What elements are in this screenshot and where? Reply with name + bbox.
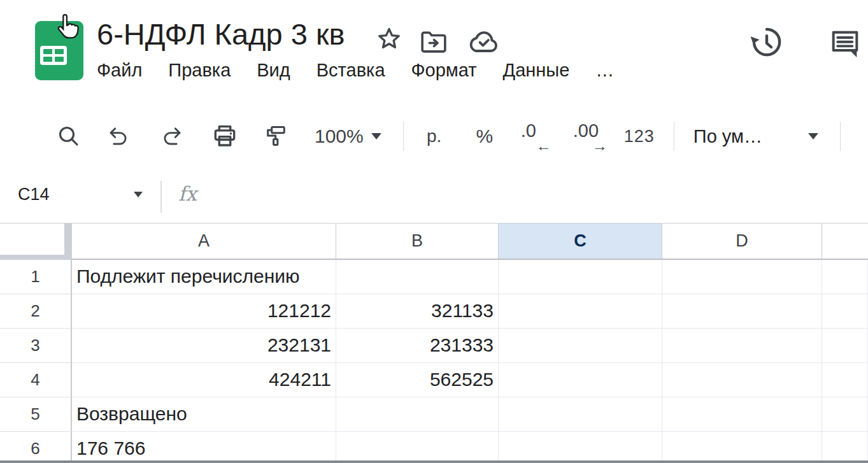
cell-b4[interactable]: 562525	[336, 363, 499, 397]
percent-format-button[interactable]: %	[474, 125, 495, 147]
toolbar-divider	[674, 122, 674, 151]
cell-e1[interactable]	[822, 260, 868, 294]
row-header-2[interactable]: 2	[0, 294, 72, 329]
decrease-decimal-arrow-icon: ←	[536, 137, 551, 155]
row-header-5[interactable]: 5	[0, 397, 72, 432]
row-header-4[interactable]: 4	[0, 363, 72, 397]
cell-b5[interactable]	[336, 397, 499, 432]
column-header-c-selected[interactable]: C	[499, 224, 662, 260]
column-header-d[interactable]: D	[662, 224, 822, 260]
percent-label: %	[476, 125, 493, 147]
undo-icon	[107, 125, 130, 148]
toolbar-divider	[840, 122, 841, 151]
cell-b6[interactable]	[336, 432, 499, 463]
document-title[interactable]: 6-НДФЛ Кадр 3 кв	[97, 18, 345, 51]
cell-a3[interactable]: 232131	[72, 329, 336, 363]
column-header-e-partial[interactable]	[822, 224, 868, 260]
cell-d1[interactable]	[662, 260, 822, 294]
sheets-logo-grid	[40, 46, 67, 65]
google-sheets-window: 6-НДФЛ Кадр 3 кв Файл Правка Вид Вставка…	[0, 0, 868, 463]
select-all-corner[interactable]	[0, 224, 72, 260]
move-to-folder-icon[interactable]	[419, 30, 448, 54]
currency-format-button[interactable]: р.	[423, 126, 446, 146]
menu-view[interactable]: Вид	[257, 60, 290, 81]
cell-c3[interactable]	[499, 329, 662, 363]
font-selector[interactable]: По ум…	[694, 126, 818, 147]
column-header-a[interactable]: A	[72, 224, 336, 260]
zoom-selector[interactable]: 100%	[315, 125, 381, 147]
cell-b1[interactable]	[336, 260, 499, 294]
version-history-icon[interactable]	[749, 24, 785, 60]
cell-a1[interactable]: Подлежит перечислению	[72, 260, 336, 294]
cell-a2[interactable]: 121212	[72, 294, 336, 329]
star-icon[interactable]	[376, 25, 402, 52]
cell-d2[interactable]	[662, 294, 822, 329]
menu-insert[interactable]: Вставка	[317, 60, 385, 81]
sheet-row-6: 6 176 766	[0, 432, 868, 463]
formula-bar: C14 fx	[0, 177, 868, 219]
window-bottom-edge	[0, 460, 868, 463]
currency-label: р.	[427, 126, 441, 146]
increase-decimal-arrow-icon: →	[592, 137, 608, 155]
spreadsheet-grid: A B C D 1 Подлежит перечислению 2 121212…	[0, 223, 868, 463]
cell-c6[interactable]	[499, 432, 662, 463]
print-button[interactable]	[211, 123, 238, 150]
menu-format[interactable]: Формат	[411, 60, 477, 81]
cell-a4[interactable]: 424211	[72, 363, 336, 397]
search-button[interactable]	[56, 124, 82, 149]
cell-e5[interactable]	[822, 397, 868, 432]
column-header-b[interactable]: B	[336, 224, 499, 260]
cell-a5[interactable]: Возвращено	[72, 397, 336, 432]
zoom-value: 100%	[315, 125, 364, 147]
menu-overflow[interactable]: …	[595, 60, 614, 81]
cell-c1[interactable]	[499, 260, 662, 294]
cell-e3[interactable]	[822, 329, 868, 363]
sheet-row-1: 1 Подлежит перечислению	[0, 260, 868, 294]
menu-edit[interactable]: Правка	[168, 60, 231, 81]
more-formats-label: 123	[624, 127, 655, 146]
increase-decimal-button[interactable]: .00 →	[572, 122, 606, 151]
name-box-dropdown-arrow-icon	[134, 192, 143, 197]
column-header-row: A B C D	[0, 224, 868, 260]
row-header-1[interactable]: 1	[0, 260, 72, 294]
comment-icon[interactable]	[829, 28, 861, 59]
cell-d6[interactable]	[662, 432, 822, 463]
menu-file[interactable]: Файл	[97, 60, 142, 81]
font-name: По ум…	[694, 126, 762, 147]
cell-c2[interactable]	[499, 294, 662, 329]
paint-format-icon	[264, 124, 288, 149]
search-icon	[56, 124, 82, 149]
cloud-saved-icon[interactable]	[467, 30, 500, 54]
sheets-logo[interactable]	[35, 21, 83, 80]
font-dropdown-arrow-icon	[808, 133, 818, 139]
cell-d3[interactable]	[662, 329, 822, 363]
menu-data[interactable]: Данные	[503, 60, 570, 81]
sheet-row-5: 5 Возвращено	[0, 397, 868, 432]
cell-a6[interactable]: 176 766	[72, 432, 336, 463]
decrease-decimal-label: .0	[521, 120, 536, 141]
undo-button[interactable]	[107, 125, 130, 148]
print-icon	[211, 123, 238, 150]
cell-b3[interactable]: 231333	[336, 329, 499, 363]
sheet-row-4: 4 424211 562525	[0, 363, 868, 397]
decrease-decimal-button[interactable]: .0 ←	[520, 122, 550, 151]
formula-bar-divider	[160, 181, 162, 213]
cell-d5[interactable]	[662, 397, 822, 432]
more-formats-button[interactable]: 123	[624, 127, 655, 146]
cell-d4[interactable]	[662, 363, 822, 397]
cell-c5[interactable]	[499, 397, 662, 432]
row-header-3[interactable]: 3	[0, 329, 72, 363]
zoom-dropdown-arrow-icon	[371, 133, 381, 139]
row-header-6[interactable]: 6	[0, 432, 72, 463]
redo-button[interactable]	[160, 125, 183, 148]
cell-e2[interactable]	[822, 294, 868, 329]
active-cell-reference: C14	[18, 185, 50, 204]
paint-format-button[interactable]	[264, 124, 288, 149]
cell-e6[interactable]	[822, 432, 868, 463]
cell-b2[interactable]: 321133	[336, 294, 499, 329]
name-box[interactable]: C14	[18, 185, 143, 204]
sheet-row-3: 3 232131 231333	[0, 329, 868, 363]
redo-icon	[160, 125, 183, 148]
cell-c4[interactable]	[499, 363, 662, 397]
cell-e4[interactable]	[822, 363, 868, 397]
